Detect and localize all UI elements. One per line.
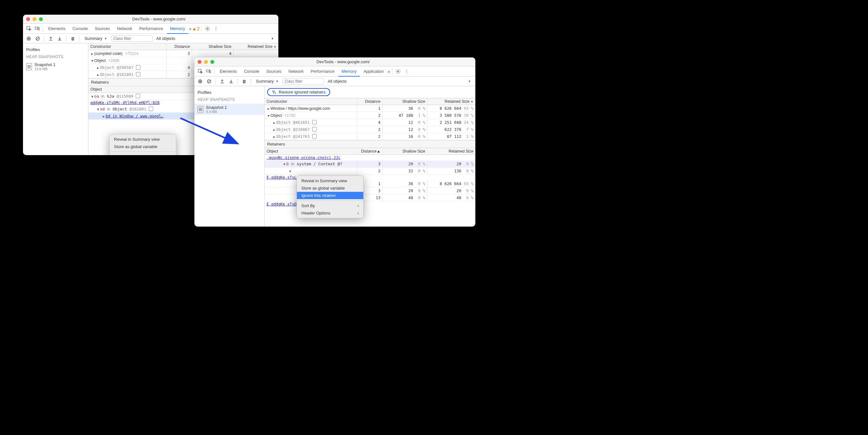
col-shallow[interactable]: Shallow Size <box>192 43 234 50</box>
record-icon[interactable] <box>196 77 204 85</box>
context-menu[interactable]: Reveal in Summary view Store as global v… <box>109 134 176 155</box>
tab-console[interactable]: Console <box>69 24 91 34</box>
disclosure-icon[interactable]: ▶ <box>96 73 100 76</box>
tab-performance[interactable]: Performance <box>307 66 337 76</box>
device-toolbar-icon[interactable] <box>205 68 212 75</box>
inspect-icon[interactable] <box>25 25 33 33</box>
tab-performance[interactable]: Performance <box>136 24 166 34</box>
col-retained[interactable]: Retained Size ▼ <box>234 43 278 50</box>
device-toolbar-icon[interactable] <box>33 25 41 33</box>
constructor-row[interactable]: ▼Object ×1782 2 47 1881 % 3 580 57639 % <box>265 112 475 119</box>
view-select[interactable]: Summary ▼ <box>253 78 281 84</box>
disclosure-icon[interactable]: ▼ <box>90 59 94 63</box>
tab-memory[interactable]: Memory <box>338 66 360 76</box>
disclosure-icon[interactable]: ▶ <box>96 66 100 69</box>
ctx-store-global[interactable]: Store as global variable <box>110 143 176 150</box>
settings-icon[interactable] <box>394 68 402 75</box>
disclosure-icon[interactable]: ▼ <box>288 169 292 173</box>
col-distance[interactable]: Distance <box>167 43 192 50</box>
col-distance[interactable]: Distance <box>357 98 383 105</box>
context-menu[interactable]: Reveal in Summary view Store as global v… <box>297 176 364 218</box>
constructor-row[interactable]: ▶(compiled code) ×75214 3 4 <box>88 50 278 57</box>
maximize-window-icon[interactable] <box>39 17 43 21</box>
disclosure-icon[interactable]: ▼ <box>90 95 94 98</box>
maximize-window-icon[interactable] <box>210 60 214 64</box>
minimize-window-icon[interactable] <box>33 17 36 21</box>
ctx-ignore-retainer[interactable]: Ignore this retainer <box>297 192 363 199</box>
scope-select[interactable]: All objects ▼ <box>154 35 276 41</box>
retainer-row[interactable]: 1 360 % 8 626 66493 % <box>265 180 475 187</box>
clear-icon[interactable] <box>205 77 213 85</box>
tab-elements[interactable]: Elements <box>216 66 240 76</box>
object-row[interactable]: ▶Object @241763 2 160 % 87 1121 % <box>265 133 475 140</box>
disclosure-icon[interactable]: ▶ <box>90 52 94 56</box>
retainer-row[interactable]: ▼b in system / Context @? 3 200 % 200 % <box>265 160 475 167</box>
class-filter-input[interactable] <box>282 78 324 85</box>
object-row[interactable]: ▶Object @216867 2 120 % 622 3767 % <box>265 126 475 133</box>
ctx-header-options[interactable]: Header Options› <box>297 209 363 217</box>
disclosure-icon[interactable]: ▼ <box>267 114 270 118</box>
snapshot-item[interactable]: Snapshot 1 9.3 MB <box>194 104 264 115</box>
scope-select[interactable]: All objects ▼ <box>325 78 473 84</box>
import-icon[interactable] <box>47 35 55 42</box>
tab-network[interactable]: Network <box>285 66 307 76</box>
retainer-breadcrumb[interactable]: E,qddgKe,sTsD... <box>265 201 475 207</box>
inspect-icon[interactable] <box>196 68 204 75</box>
close-window-icon[interactable] <box>197 60 202 64</box>
col-object[interactable]: Object <box>265 148 357 154</box>
view-select[interactable]: Summary ▼ <box>82 35 110 41</box>
kebab-menu-icon[interactable]: ⋮ <box>212 25 220 33</box>
tab-sources[interactable]: Sources <box>92 24 113 34</box>
col-distance[interactable]: Distance▲ <box>357 148 383 154</box>
retainer-breadcrumb[interactable]: ,quuyNc,sisone,uccona,cnoici,JJc <box>265 155 475 160</box>
more-tabs-icon[interactable]: » <box>189 26 191 31</box>
retainer-row[interactable]: ▼ 2 320 % 1360 % <box>265 167 475 175</box>
ctx-reveal-summary[interactable]: Reveal in Summary view <box>297 177 363 184</box>
object-row[interactable]: ▶Object @461651 4 120 % 2 251 04824 % <box>265 119 475 126</box>
snapshot-item[interactable]: Snapshot 1 13.6 MB <box>23 61 88 72</box>
settings-icon[interactable] <box>204 25 211 33</box>
disclosure-icon[interactable]: ▶ <box>272 128 276 131</box>
window-controls[interactable] <box>197 60 214 64</box>
window-controls[interactable] <box>26 17 43 21</box>
ctx-store-global[interactable]: Store as global variable <box>297 184 363 192</box>
record-icon[interactable] <box>25 35 33 42</box>
disclosure-icon[interactable]: ▼ <box>96 107 100 111</box>
col-constructor[interactable]: Constructor <box>88 43 167 50</box>
col-shallow[interactable]: Shallow Size <box>383 148 428 154</box>
gc-icon[interactable] <box>240 77 248 85</box>
kebab-menu-icon[interactable]: ⋮ <box>403 68 410 75</box>
more-tabs-icon[interactable]: » <box>388 69 390 74</box>
issues-badge[interactable]: ▲2 <box>192 26 199 31</box>
ctx-reveal-summary[interactable]: Reveal in Summary view <box>110 136 176 143</box>
disclosure-icon[interactable]: ▶ <box>267 107 270 111</box>
class-filter-input[interactable] <box>111 35 153 42</box>
export-icon[interactable] <box>227 77 235 85</box>
retainer-row[interactable]: 3 200 % 200 % <box>265 187 475 194</box>
retainer-breadcrumb[interactable]: E,qddgKe,sTsL... <box>265 175 475 180</box>
export-icon[interactable] <box>56 35 64 42</box>
restore-ignored-retainers-button[interactable]: Restore ignored retainers <box>267 88 330 96</box>
import-icon[interactable] <box>218 77 226 85</box>
tab-console[interactable]: Console <box>241 66 262 76</box>
clear-icon[interactable] <box>34 35 41 42</box>
constructor-row[interactable]: ▶Window / https://www.google.com 1 360 %… <box>265 105 475 112</box>
disclosure-icon[interactable]: ▶ <box>272 121 276 124</box>
tab-memory[interactable]: Memory <box>167 24 188 34</box>
col-shallow[interactable]: Shallow Size <box>383 98 428 105</box>
ctx-sort-by[interactable]: Sort By› <box>110 153 176 155</box>
disclosure-icon[interactable]: ▼ <box>282 162 286 166</box>
tab-application[interactable]: Application <box>361 66 387 76</box>
tab-network[interactable]: Network <box>114 24 136 34</box>
retainer-row[interactable]: 13 480 % 480 % <box>265 194 475 201</box>
ctx-sort-by[interactable]: Sort By› <box>297 202 363 209</box>
close-window-icon[interactable] <box>26 17 30 21</box>
tab-elements[interactable]: Elements <box>45 24 69 34</box>
gc-icon[interactable] <box>69 35 76 42</box>
col-retained[interactable]: Retained Size ▼ <box>428 98 475 105</box>
col-retained[interactable]: Retained Size <box>428 148 475 154</box>
disclosure-icon[interactable]: ▶ <box>272 135 276 138</box>
tab-sources[interactable]: Sources <box>263 66 285 76</box>
col-constructor[interactable]: Constructor <box>265 98 357 105</box>
minimize-window-icon[interactable] <box>204 60 208 64</box>
